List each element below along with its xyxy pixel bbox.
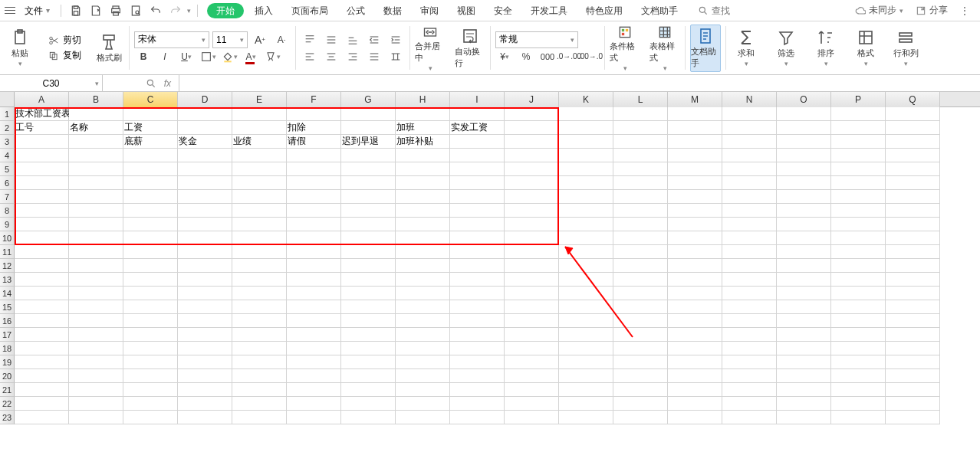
- cell[interactable]: [232, 259, 287, 273]
- cell[interactable]: [559, 397, 613, 411]
- cell[interactable]: [613, 107, 668, 121]
- cell[interactable]: [69, 190, 123, 204]
- cell[interactable]: 加班: [396, 121, 450, 135]
- cell[interactable]: [341, 300, 396, 314]
- cell[interactable]: [505, 190, 559, 204]
- cell[interactable]: [777, 355, 831, 369]
- column-header[interactable]: M: [668, 92, 722, 107]
- cell[interactable]: [722, 218, 777, 231]
- cell[interactable]: [505, 245, 559, 259]
- cell[interactable]: [559, 383, 613, 397]
- font-color-button[interactable]: A▾: [242, 48, 260, 65]
- cell[interactable]: [15, 355, 69, 369]
- cell[interactable]: [123, 204, 178, 218]
- column-header[interactable]: G: [341, 92, 396, 107]
- cell[interactable]: [831, 190, 886, 204]
- cell[interactable]: [831, 273, 886, 287]
- row-header[interactable]: 21: [0, 383, 15, 397]
- row-header[interactable]: 1: [0, 107, 15, 121]
- cell[interactable]: [69, 300, 123, 314]
- align-middle-button[interactable]: [322, 31, 340, 48]
- cell[interactable]: [505, 135, 559, 149]
- cell[interactable]: [831, 259, 886, 273]
- cell[interactable]: [886, 231, 940, 245]
- cell[interactable]: [232, 300, 287, 314]
- cell[interactable]: [232, 107, 287, 121]
- cell[interactable]: [396, 107, 450, 121]
- paste-button[interactable]: 粘贴▾: [5, 25, 35, 72]
- name-box[interactable]: ▾: [0, 75, 103, 91]
- cell[interactable]: [69, 287, 123, 300]
- cell[interactable]: [341, 314, 396, 328]
- cell[interactable]: [178, 287, 232, 300]
- cell[interactable]: [831, 245, 886, 259]
- align-right-button[interactable]: [344, 48, 362, 65]
- cell[interactable]: [831, 397, 886, 411]
- cell[interactable]: [287, 411, 341, 424]
- cell[interactable]: [613, 383, 668, 397]
- cell[interactable]: [341, 176, 396, 190]
- cell[interactable]: [831, 411, 886, 424]
- italic-button[interactable]: I: [156, 48, 174, 65]
- cell[interactable]: [15, 162, 69, 176]
- row-header[interactable]: 2: [0, 121, 15, 135]
- cell[interactable]: [668, 135, 722, 149]
- cell[interactable]: [287, 397, 341, 411]
- cell[interactable]: [722, 314, 777, 328]
- row-header[interactable]: 18: [0, 342, 15, 355]
- cell[interactable]: [178, 328, 232, 342]
- cell[interactable]: [777, 245, 831, 259]
- percent-button[interactable]: %: [517, 48, 535, 65]
- name-box-input[interactable]: [6, 78, 96, 89]
- cell[interactable]: [15, 231, 69, 245]
- cell[interactable]: [232, 231, 287, 245]
- cell[interactable]: [396, 259, 450, 273]
- cell[interactable]: [559, 355, 613, 369]
- row-header[interactable]: 13: [0, 273, 15, 287]
- cell[interactable]: [396, 300, 450, 314]
- cell[interactable]: [831, 342, 886, 355]
- column-header[interactable]: Q: [886, 92, 940, 107]
- cell[interactable]: [123, 383, 178, 397]
- cell[interactable]: [287, 190, 341, 204]
- merge-center-button[interactable]: 合并居中▾: [415, 25, 446, 72]
- doc-helper-button[interactable]: 文档助手: [690, 25, 721, 72]
- cell[interactable]: [15, 300, 69, 314]
- cell[interactable]: [613, 121, 668, 135]
- cell[interactable]: [722, 135, 777, 149]
- cell[interactable]: [450, 149, 505, 162]
- cell[interactable]: [559, 162, 613, 176]
- column-header[interactable]: E: [232, 92, 287, 107]
- save-as-icon[interactable]: [87, 2, 104, 19]
- cell[interactable]: [777, 328, 831, 342]
- cell[interactable]: [232, 204, 287, 218]
- cell[interactable]: 扣除: [287, 121, 341, 135]
- rowcol-button[interactable]: 行和列▾: [890, 25, 921, 72]
- cell[interactable]: [15, 245, 69, 259]
- cell[interactable]: [341, 107, 396, 121]
- cell[interactable]: [559, 190, 613, 204]
- row-header[interactable]: 20: [0, 369, 15, 383]
- cell[interactable]: [613, 411, 668, 424]
- cell[interactable]: [886, 328, 940, 342]
- row-header[interactable]: 16: [0, 314, 15, 328]
- cell[interactable]: [668, 342, 722, 355]
- cell[interactable]: [232, 342, 287, 355]
- cell[interactable]: [613, 135, 668, 149]
- cell[interactable]: [232, 314, 287, 328]
- cut-button[interactable]: 剪切: [44, 33, 84, 48]
- cell[interactable]: [831, 149, 886, 162]
- cell[interactable]: [69, 218, 123, 231]
- cell[interactable]: [668, 245, 722, 259]
- cell[interactable]: [178, 190, 232, 204]
- row-header[interactable]: 15: [0, 300, 15, 314]
- cell[interactable]: [178, 218, 232, 231]
- cell[interactable]: [559, 135, 613, 149]
- cell[interactable]: [668, 259, 722, 273]
- underline-button[interactable]: U▾: [177, 48, 196, 65]
- cell[interactable]: [15, 287, 69, 300]
- cell[interactable]: [886, 204, 940, 218]
- cell[interactable]: [831, 107, 886, 121]
- cell[interactable]: [287, 273, 341, 287]
- cell[interactable]: [831, 162, 886, 176]
